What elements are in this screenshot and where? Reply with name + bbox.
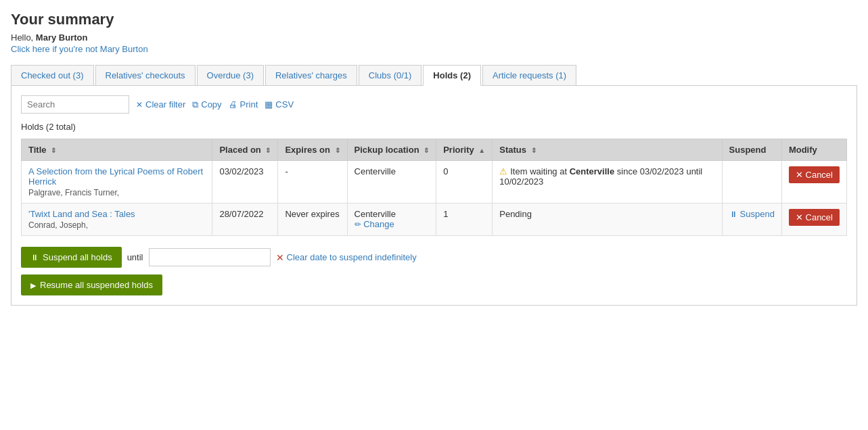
change-pickup-link[interactable]: Change [355,219,394,229]
col-priority: Priority ▲ [436,139,493,161]
sort-expires-icon[interactable]: ⇕ [335,147,340,154]
cell-modify: ✕ Cancel [781,204,846,236]
greeting-text: Hello, Mary Burton [11,32,857,43]
tab-bar: Checked out (3)Relatives' checkoutsOverd… [11,65,857,86]
status-bold-text: Centerville [570,166,614,176]
cell-priority: 1 [436,204,493,236]
author-text: Conrad, Joseph, [28,220,205,230]
page-title: Your summary [11,11,857,28]
greeting-username: Mary Burton [36,32,88,43]
author-text: Palgrave, Francis Turner, [28,188,205,197]
csv-button[interactable]: CSV [265,99,294,110]
suspend-all-row: Suspend all holds until ✕ Clear date to … [21,247,847,268]
tab-article-requests--1-[interactable]: Article requests (1) [482,65,576,85]
sort-placed-icon[interactable]: ⇕ [265,147,271,154]
copy-button[interactable]: Copy [192,99,221,110]
cell-suspend: Suspend [722,204,781,236]
cancel-button[interactable]: ✕ Cancel [789,166,840,183]
book-title-link[interactable]: A Selection from the Lyrical Poems of Ro… [28,166,203,187]
bottom-actions: Suspend all holds until ✕ Clear date to … [21,247,847,295]
tab-clubs--0-1-[interactable]: Clubs (0/1) [359,65,422,85]
clear-filter-button[interactable]: Clear filter [136,99,185,110]
cell-expires-on: - [278,161,347,204]
pickup-location-text: Centerville [355,209,430,219]
clear-date-label: Clear date to suspend indefinitely [287,252,417,262]
tab-checked-out--3-[interactable]: Checked out (3) [11,65,94,85]
pause-suspend-icon [729,209,737,219]
clear-date-link[interactable]: ✕ Clear date to suspend indefinitely [276,252,417,263]
cancel-button[interactable]: ✕ Cancel [789,209,840,226]
status-warning-icon: ⚠ [499,166,507,176]
print-label: Print [240,99,258,110]
pause-icon [30,252,39,262]
tab-relatives--checkouts[interactable]: Relatives' checkouts [95,65,196,85]
suspend-all-label: Suspend all holds [43,252,112,262]
cell-expires-on: Never expires [278,204,347,236]
play-icon [30,280,36,290]
print-button[interactable]: Print [229,99,258,110]
cell-status: ⚠Item waiting at Centerville since 03/02… [493,161,722,204]
pencil-icon [355,219,361,229]
until-label: until [127,252,143,262]
cell-placed-on: 03/02/2023 [212,161,278,204]
cell-pickup: Centerville Change [347,204,436,236]
table-header-row: Title ⇕ Placed on ⇕ Expires on ⇕ Pickup … [22,139,847,161]
cell-title: 'Twixt Land and Sea : TalesConrad, Josep… [22,204,212,236]
x-red-icon: ✕ [276,252,284,263]
col-title: Title ⇕ [22,139,212,161]
sort-title-icon[interactable]: ⇕ [51,147,56,154]
csv-icon [265,99,273,110]
col-suspend: Suspend [722,139,781,161]
cell-suspend [722,161,781,204]
print-icon [229,99,237,110]
col-pickup: Pickup location ⇕ [347,139,436,161]
cell-priority: 0 [436,161,493,204]
not-user-link[interactable]: Click here if you're not Mary Burton [11,44,148,54]
tab-holds--2-[interactable]: Holds (2) [423,65,481,86]
cell-status: Pending [493,204,722,236]
book-title-link[interactable]: 'Twixt Land and Sea : Tales [28,209,135,219]
search-input[interactable] [21,95,129,114]
toolbar: Clear filter Copy Print CSV [21,95,847,114]
suspend-all-button[interactable]: Suspend all holds [21,247,122,268]
col-placed-on: Placed on ⇕ [212,139,278,161]
table-row: 'Twixt Land and Sea : TalesConrad, Josep… [22,204,847,236]
cell-placed-on: 28/07/2022 [212,204,278,236]
resume-all-button[interactable]: Resume all suspended holds [21,274,162,295]
holds-table: Title ⇕ Placed on ⇕ Expires on ⇕ Pickup … [21,139,847,236]
status-text: Item waiting at [510,166,569,176]
clear-x-icon [136,99,143,110]
resume-all-label: Resume all suspended holds [40,280,153,290]
col-status: Status ⇕ [493,139,722,161]
sort-status-icon[interactable]: ⇕ [531,147,536,154]
tab-relatives--charges[interactable]: Relatives' charges [265,65,357,85]
content-area: Clear filter Copy Print CSV Holds (2 tot… [11,86,857,306]
greeting-hello: Hello, [11,32,36,43]
holds-total: Holds (2 total) [21,122,847,132]
clear-filter-label: Clear filter [145,99,185,110]
suspend-button[interactable]: Suspend [729,209,775,219]
cell-title: A Selection from the Lyrical Poems of Ro… [22,161,212,204]
resume-all-row: Resume all suspended holds [21,274,847,295]
sort-priority-icon[interactable]: ▲ [478,147,485,154]
suspend-date-input[interactable] [149,248,271,266]
col-modify: Modify [781,139,846,161]
sort-pickup-icon[interactable]: ⇕ [424,147,429,154]
col-expires-on: Expires on ⇕ [278,139,347,161]
table-row: A Selection from the Lyrical Poems of Ro… [22,161,847,204]
copy-label: Copy [201,99,221,110]
tab-overdue--3-[interactable]: Overdue (3) [197,65,264,85]
cell-pickup: Centerville [347,161,436,204]
csv-label: CSV [275,99,294,110]
copy-icon [192,99,198,110]
cell-modify: ✕ Cancel [781,161,846,204]
